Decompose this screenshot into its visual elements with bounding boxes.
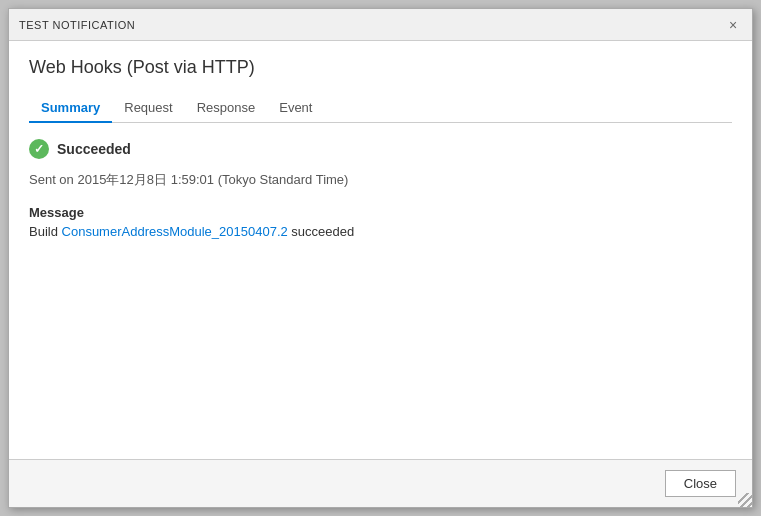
close-dialog-button[interactable]: Close bbox=[665, 470, 736, 497]
build-link[interactable]: ConsumerAddressModule_20150407.2 bbox=[62, 224, 288, 239]
tab-response[interactable]: Response bbox=[185, 94, 268, 123]
close-x-button[interactable]: × bbox=[724, 16, 742, 34]
message-text: Build ConsumerAddressModule_20150407.2 s… bbox=[29, 224, 732, 239]
status-row: Succeeded bbox=[29, 139, 732, 159]
sent-on-value: 2015年12月8日 1:59:01 (Tokyo Standard Time) bbox=[77, 172, 348, 187]
message-label: Message bbox=[29, 205, 732, 220]
sent-on-text: Sent on 2015年12月8日 1:59:01 (Tokyo Standa… bbox=[29, 171, 732, 189]
dialog-titlebar: TEST NOTIFICATION × bbox=[9, 9, 752, 41]
tab-event[interactable]: Event bbox=[267, 94, 324, 123]
sent-on-prefix: Sent on bbox=[29, 172, 77, 187]
success-icon bbox=[29, 139, 49, 159]
dialog-footer: Close bbox=[9, 459, 752, 507]
resize-handle[interactable] bbox=[738, 493, 752, 507]
dialog-content: Web Hooks (Post via HTTP) Summary Reques… bbox=[9, 41, 752, 459]
test-notification-dialog: TEST NOTIFICATION × Web Hooks (Post via … bbox=[8, 8, 753, 508]
dialog-title: TEST NOTIFICATION bbox=[19, 19, 135, 31]
tab-request[interactable]: Request bbox=[112, 94, 184, 123]
tab-summary[interactable]: Summary bbox=[29, 94, 112, 123]
summary-tab-content: Succeeded Sent on 2015年12月8日 1:59:01 (To… bbox=[29, 123, 732, 459]
status-text: Succeeded bbox=[57, 141, 131, 157]
message-prefix: Build bbox=[29, 224, 62, 239]
dialog-heading: Web Hooks (Post via HTTP) bbox=[29, 57, 732, 78]
tab-bar: Summary Request Response Event bbox=[29, 94, 732, 123]
message-suffix: succeeded bbox=[288, 224, 355, 239]
